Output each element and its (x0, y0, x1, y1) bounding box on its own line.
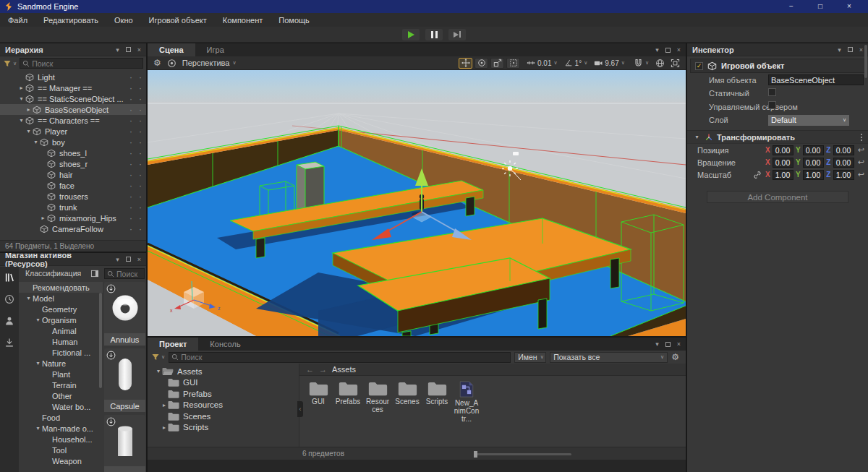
project-tree-assets[interactable]: ▾Assets (148, 366, 299, 377)
downloads-icon[interactable] (4, 338, 14, 348)
move-snap-dropdown[interactable]: 0.01∨ (527, 59, 558, 67)
row-toggle-dots[interactable]: ·· (129, 105, 146, 115)
snap-magnet-icon[interactable] (634, 59, 643, 68)
store-cat-other[interactable]: Other (19, 390, 103, 401)
server-managed-checkbox[interactable] (768, 101, 776, 109)
close-panel-icon[interactable]: × (137, 46, 141, 53)
project-tree-scripts[interactable]: ▸Scripts (148, 422, 299, 434)
reset-icon[interactable]: ↩ (858, 145, 864, 155)
gameobject-enabled-checkbox[interactable]: ✓ (695, 62, 703, 70)
add-component-button[interactable]: Add Component (707, 191, 848, 203)
expand-arrow[interactable]: ▾ (34, 360, 42, 366)
menu-edit[interactable]: Редактировать (35, 16, 106, 25)
position-z-input[interactable]: 0.00 (833, 145, 854, 155)
rotate-tool-button[interactable] (475, 58, 488, 69)
back-button[interactable]: ← (306, 365, 314, 374)
hierarchy-filter-button[interactable]: ∨ (3, 59, 17, 68)
panel-menu-icon[interactable]: ▾ (655, 340, 659, 348)
float-panel-icon[interactable] (848, 47, 853, 52)
project-settings-gear-icon[interactable]: ⚙ (671, 352, 682, 362)
rotation-z-input[interactable]: 0.00 (833, 158, 854, 168)
panel-menu-icon[interactable]: ▾ (116, 46, 119, 53)
store-cat-human[interactable]: Human (19, 336, 103, 347)
minimize-button[interactable]: − (777, 0, 806, 13)
file-item-scripts[interactable]: Scripts (424, 381, 450, 406)
expand-arrow[interactable]: ▸ (25, 106, 33, 113)
float-panel-icon[interactable] (126, 257, 131, 262)
float-panel-icon[interactable] (665, 342, 671, 347)
tab-scene[interactable]: Сцена (148, 43, 195, 56)
project-search-input[interactable] (181, 353, 508, 361)
scale-y-input[interactable]: 1.00 (803, 170, 824, 180)
rotation-y-input[interactable]: 0.00 (803, 158, 824, 168)
store-cat-model[interactable]: ▾Model (19, 293, 103, 304)
reset-icon[interactable]: ↩ (858, 170, 864, 179)
download-cloud-icon[interactable] (106, 417, 116, 426)
asset-card-annulus[interactable]: Annulus (104, 282, 145, 346)
globe-icon[interactable] (655, 59, 665, 68)
panel-menu-icon[interactable]: ▾ (838, 46, 841, 53)
store-cat-fictional[interactable]: Fictional ... (19, 347, 103, 358)
expand-arrow[interactable]: ▾ (693, 134, 701, 140)
expand-arrow[interactable]: ▸ (17, 85, 25, 91)
rotation-x-input[interactable]: 0.00 (773, 158, 793, 168)
close-button[interactable]: × (835, 0, 864, 13)
name-filter-dropdown[interactable]: Имен∨ (514, 352, 546, 363)
expand-arrow[interactable]: ▾ (34, 425, 42, 432)
step-button[interactable] (448, 29, 466, 40)
row-toggle-dots[interactable]: ·· (129, 148, 146, 158)
tab-project[interactable]: Проект (148, 338, 198, 351)
link-scale-icon[interactable] (753, 171, 762, 179)
hierarchy-item-mixamorig-hips[interactable]: ▸mixamorig_Hips·· (0, 213, 146, 223)
expand-arrow[interactable]: ▾ (17, 95, 25, 102)
position-y-input[interactable]: 0.00 (803, 145, 824, 155)
store-cat-terrain[interactable]: Terrain (19, 379, 103, 390)
pause-button[interactable] (425, 29, 443, 40)
expand-arrow[interactable]: ▾ (32, 139, 40, 145)
store-cat-manmade[interactable]: ▾Man-made o... (19, 423, 103, 434)
forward-button[interactable]: → (319, 365, 327, 374)
camera-mode-dropdown[interactable]: Перспектива∨ (182, 59, 237, 67)
scale-tool-button[interactable] (490, 58, 504, 69)
expand-arrow[interactable]: ▾ (17, 117, 25, 124)
scale-z-input[interactable]: 1.00 (833, 170, 854, 180)
store-cat-animal[interactable]: Animal (19, 325, 103, 336)
project-filter-button[interactable]: ∨ (151, 353, 165, 361)
file-item-anim-controller[interactable]: New_AnimContr... (454, 381, 480, 423)
hierarchy-item-player[interactable]: ▾Player·· (0, 126, 146, 137)
scene-viewport[interactable]: x z (148, 70, 686, 336)
rotate-snap-dropdown[interactable]: 1°∨ (564, 59, 588, 67)
reset-icon[interactable]: ↩ (858, 158, 864, 167)
scrollbar-thumb[interactable] (99, 293, 102, 388)
hierarchy-item-face[interactable]: face·· (0, 180, 146, 191)
store-cat-food[interactable]: Food (19, 412, 103, 423)
expand-arrow[interactable]: ▾ (34, 317, 42, 323)
row-toggle-dots[interactable]: ·· (129, 170, 146, 180)
panel-menu-icon[interactable]: ▾ (116, 256, 119, 263)
hierarchy-search-input[interactable] (32, 59, 140, 68)
file-item-scenes[interactable]: Scenes (394, 381, 420, 406)
hierarchy-item-shoes-r[interactable]: shoes_r·· (0, 158, 146, 169)
store-cat-recommended[interactable]: Рекомендовать (19, 282, 103, 293)
menu-help[interactable]: Помощь (271, 16, 318, 25)
scrollbar-thumb[interactable] (864, 45, 867, 78)
tab-console[interactable]: Консоль (198, 338, 252, 351)
hierarchy-item-hair[interactable]: hair·· (0, 169, 146, 180)
splitter-collapse-handle[interactable]: ‹ (297, 401, 303, 417)
play-button[interactable] (402, 29, 420, 40)
camera-speed-dropdown[interactable]: 9.67∨ (594, 59, 625, 67)
collapse-pane-icon[interactable] (90, 270, 99, 278)
gizmos-eye-icon[interactable] (167, 59, 176, 68)
download-cloud-icon[interactable] (106, 284, 116, 293)
menu-file[interactable]: Файл (0, 16, 35, 25)
layer-dropdown[interactable]: Default∨ (768, 115, 849, 126)
expand-arrow[interactable]: ▾ (25, 128, 33, 134)
component-menu-icon[interactable] (861, 134, 862, 141)
row-toggle-dots[interactable]: ·· (129, 94, 146, 104)
row-toggle-dots[interactable]: ·· (129, 192, 146, 202)
menu-window[interactable]: Окно (106, 16, 141, 25)
expand-arrow[interactable]: ▸ (39, 215, 47, 221)
expand-arrow[interactable]: ▸ (161, 424, 168, 431)
tab-game[interactable]: Игра (195, 43, 236, 56)
row-toggle-dots[interactable]: ·· (129, 202, 146, 213)
